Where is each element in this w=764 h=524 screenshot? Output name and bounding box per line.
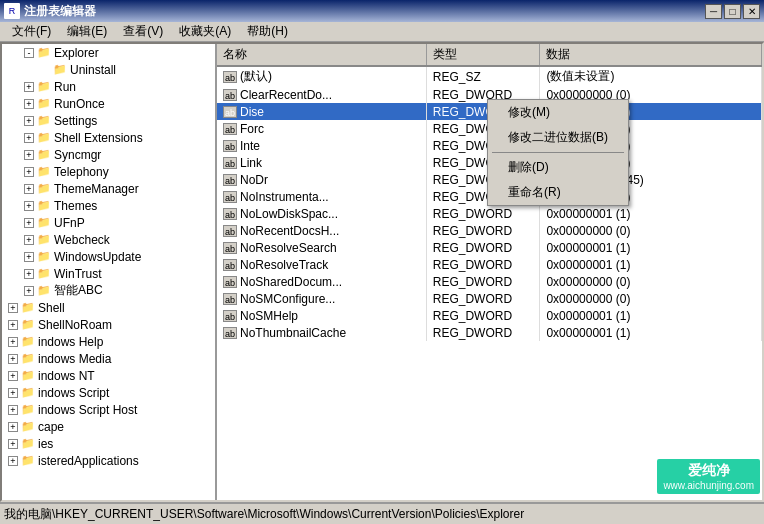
menu-item[interactable]: 查看(V) — [115, 21, 171, 42]
maximize-button[interactable]: □ — [724, 4, 741, 19]
tree-item[interactable]: +📁cape — [2, 418, 215, 435]
reg-name-cell: ab(默认) — [217, 66, 426, 86]
context-menu-item[interactable]: 修改(M) — [488, 100, 628, 125]
reg-name-cell: abDise — [217, 103, 426, 120]
tree-scroll[interactable]: -📁Explorer📁Uninstall+📁Run+📁RunOnce+📁Sett… — [2, 44, 215, 500]
tree-item[interactable]: +📁RunOnce — [2, 95, 215, 112]
tree-expand-icon[interactable]: + — [8, 371, 18, 381]
tree-item[interactable]: -📁Explorer — [2, 44, 215, 61]
minimize-button[interactable]: ─ — [705, 4, 722, 19]
menu-item[interactable]: 帮助(H) — [239, 21, 296, 42]
reg-name-cell: abNoDr — [217, 171, 426, 188]
tree-item[interactable]: +📁UFnP — [2, 214, 215, 231]
menu-item[interactable]: 收藏夹(A) — [171, 21, 239, 42]
tree-expand-icon[interactable]: + — [24, 184, 34, 194]
tree-item[interactable]: +📁indows NT — [2, 367, 215, 384]
tree-expand-icon[interactable]: + — [24, 218, 34, 228]
reg-name-cell: abNoSharedDocum... — [217, 273, 426, 290]
context-menu-item[interactable]: 修改二进位数据(B) — [488, 125, 628, 150]
tree-expand-icon[interactable]: + — [24, 235, 34, 245]
tree-expand-icon[interactable]: + — [8, 422, 18, 432]
tree-item[interactable]: +📁Shell Extensions — [2, 129, 215, 146]
tree-item-label: indows NT — [38, 369, 95, 383]
reg-data-cell: 0x00000001 (1) — [540, 205, 762, 222]
context-menu-item[interactable]: 重命名(R) — [488, 180, 628, 205]
table-row[interactable]: abNoLowDiskSpac...REG_DWORD0x00000001 (1… — [217, 205, 762, 222]
folder-icon: 📁 — [20, 386, 36, 400]
tree-item[interactable]: +📁Webcheck — [2, 231, 215, 248]
tree-expand-icon[interactable]: + — [24, 82, 34, 92]
reg-value-icon: ab — [223, 327, 237, 339]
tree-expand-icon[interactable]: + — [8, 337, 18, 347]
tree-item[interactable]: +📁Run — [2, 78, 215, 95]
tree-item[interactable]: +📁Syncmgr — [2, 146, 215, 163]
reg-name-cell: abNoResolveSearch — [217, 239, 426, 256]
tree-expand-icon[interactable]: + — [24, 201, 34, 211]
tree-expand-icon[interactable]: + — [24, 133, 34, 143]
main-area: -📁Explorer📁Uninstall+📁Run+📁RunOnce+📁Sett… — [0, 42, 764, 502]
tree-item[interactable]: +📁Themes — [2, 197, 215, 214]
tree-item[interactable]: +📁智能ABC — [2, 282, 215, 299]
status-text: 我的电脑\HKEY_CURRENT_USER\Software\Microsof… — [4, 506, 524, 523]
tree-item[interactable]: +📁ShellNoRoam — [2, 316, 215, 333]
tree-expand-icon[interactable]: + — [24, 167, 34, 177]
menu-item[interactable]: 文件(F) — [4, 21, 59, 42]
tree-expand-icon[interactable]: + — [8, 303, 18, 313]
folder-icon: 📁 — [36, 233, 52, 247]
close-button[interactable]: ✕ — [743, 4, 760, 19]
tree-item[interactable]: +📁indows Media — [2, 350, 215, 367]
menu-item[interactable]: 编辑(E) — [59, 21, 115, 42]
tree-item-label: cape — [38, 420, 64, 434]
table-row[interactable]: abNoSMHelpREG_DWORD0x00000001 (1) — [217, 307, 762, 324]
tree-item[interactable]: +📁indows Help — [2, 333, 215, 350]
tree-item[interactable]: +📁WinTrust — [2, 265, 215, 282]
reg-data-cell: 0x00000001 (1) — [540, 324, 762, 341]
tree-expand-icon[interactable]: + — [8, 320, 18, 330]
table-row[interactable]: ab(默认)REG_SZ(数值未设置) — [217, 66, 762, 86]
tree-expand-icon[interactable]: - — [24, 48, 34, 58]
reg-name-cell: abNoRecentDocsH... — [217, 222, 426, 239]
tree-item[interactable]: +📁ies — [2, 435, 215, 452]
tree-item[interactable]: +📁isteredApplications — [2, 452, 215, 469]
table-row[interactable]: abNoRecentDocsH...REG_DWORD0x00000000 (0… — [217, 222, 762, 239]
tree-expand-icon[interactable]: + — [8, 354, 18, 364]
table-header: 名称 类型 数据 — [217, 44, 762, 66]
tree-item[interactable]: +📁Telephony — [2, 163, 215, 180]
tree-expand-icon[interactable]: + — [24, 150, 34, 160]
table-row[interactable]: abNoResolveSearchREG_DWORD0x00000001 (1) — [217, 239, 762, 256]
tree-item[interactable]: +📁WindowsUpdate — [2, 248, 215, 265]
tree-expand-icon[interactable]: + — [24, 286, 34, 296]
reg-value-icon: ab — [223, 208, 237, 220]
window-controls: ─ □ ✕ — [705, 4, 760, 19]
tree-expand-icon[interactable]: + — [8, 439, 18, 449]
table-row[interactable]: abNoSMConfigure...REG_DWORD0x00000000 (0… — [217, 290, 762, 307]
context-menu-item[interactable]: 删除(D) — [488, 155, 628, 180]
tree-expand-icon[interactable]: + — [8, 405, 18, 415]
tree-expand-icon[interactable]: + — [24, 99, 34, 109]
table-row[interactable]: abNoSharedDocum...REG_DWORD0x00000000 (0… — [217, 273, 762, 290]
menu-bar: 文件(F)编辑(E)查看(V)收藏夹(A)帮助(H) — [0, 22, 764, 42]
tree-expand-icon[interactable]: + — [8, 388, 18, 398]
tree-item[interactable]: +📁ThemeManager — [2, 180, 215, 197]
folder-icon: 📁 — [20, 369, 36, 383]
reg-name-cell: abNoLowDiskSpac... — [217, 205, 426, 222]
tree-expand-icon[interactable]: + — [24, 269, 34, 279]
window-title: 注册表编辑器 — [24, 3, 705, 20]
table-row[interactable]: abNoThumbnailCacheREG_DWORD0x00000001 (1… — [217, 324, 762, 341]
tree-item[interactable]: +📁Settings — [2, 112, 215, 129]
folder-icon: 📁 — [36, 182, 52, 196]
right-panel[interactable]: 名称 类型 数据 ab(默认)REG_SZ(数值未设置)abClearRecen… — [217, 44, 762, 500]
tree-item[interactable]: +📁indows Script — [2, 384, 215, 401]
tree-item[interactable]: +📁Shell — [2, 299, 215, 316]
tree-expand-icon[interactable]: + — [24, 116, 34, 126]
reg-value-icon: ab — [223, 140, 237, 152]
title-bar: R 注册表编辑器 ─ □ ✕ — [0, 0, 764, 22]
tree-item[interactable]: +📁indows Script Host — [2, 401, 215, 418]
tree-item-label: Telephony — [54, 165, 109, 179]
tree-expand-icon[interactable]: + — [24, 252, 34, 262]
tree-expand-icon[interactable]: + — [8, 456, 18, 466]
reg-value-icon: ab — [223, 106, 237, 118]
reg-name-cell: abNoInstrumenta... — [217, 188, 426, 205]
tree-item[interactable]: 📁Uninstall — [2, 61, 215, 78]
table-row[interactable]: abNoResolveTrackREG_DWORD0x00000001 (1) — [217, 256, 762, 273]
